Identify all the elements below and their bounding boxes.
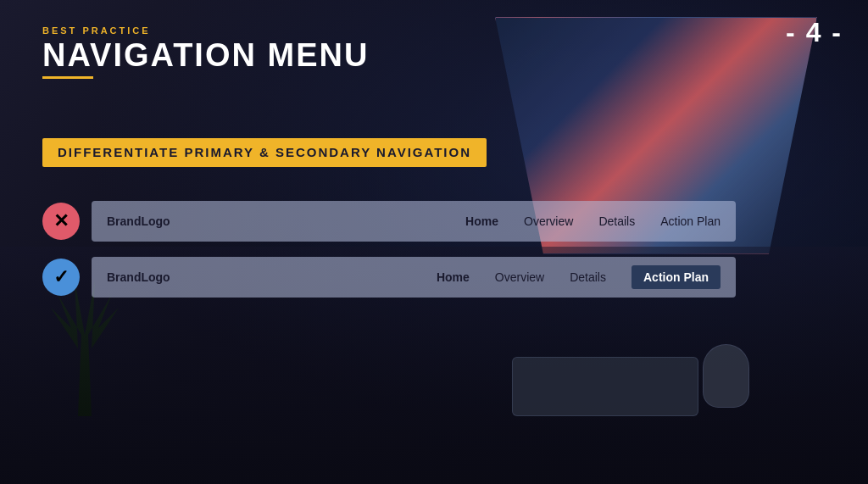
good-icon-badge: ✓ (42, 259, 80, 296)
section-header-banner: DIFFERENTIATE PRIMARY & SECONDARY NAVIGA… (42, 138, 487, 167)
good-nav-brand: BrandLogo (107, 270, 209, 284)
section-header-text: DIFFERENTIATE PRIMARY & SECONDARY NAVIGA… (58, 145, 471, 159)
main-content: BEST PRACTICE NAVIGATION MENU - 4 - DIFF… (0, 0, 868, 484)
good-nav-bar: BrandLogo Home Overview Details Action P… (92, 257, 736, 298)
slide-number: - 4 - (786, 17, 843, 48)
best-practice-label: BEST PRACTICE (42, 25, 826, 36)
bad-nav-link-home: Home (465, 214, 498, 228)
bad-nav-link-overview: Overview (524, 214, 573, 228)
bad-nav-link-action-plan: Action Plan (660, 214, 721, 228)
check-icon: ✓ (53, 266, 69, 288)
bad-icon-badge: ✕ (42, 203, 80, 240)
x-icon: ✕ (53, 210, 69, 232)
bad-nav-bar: BrandLogo Home Overview Details Action P… (92, 201, 736, 242)
good-nav-links: Home Overview Details Action Plan (437, 265, 721, 289)
header-section: BEST PRACTICE NAVIGATION MENU (42, 25, 826, 79)
good-example-row: ✓ BrandLogo Home Overview Details Action… (42, 257, 826, 298)
bad-nav-links: Home Overview Details Action Plan (465, 214, 721, 228)
bad-example-row: ✕ BrandLogo Home Overview Details Action… (42, 201, 826, 242)
good-nav-link-home: Home (437, 270, 470, 284)
title-underline (42, 76, 93, 79)
page-title: NAVIGATION MENU (42, 39, 826, 71)
bad-nav-brand: BrandLogo (107, 214, 209, 228)
good-nav-link-overview: Overview (495, 270, 544, 284)
bad-nav-link-details: Details (598, 214, 635, 228)
nav-examples-container: ✕ BrandLogo Home Overview Details Action… (42, 201, 826, 298)
good-nav-link-action-plan[interactable]: Action Plan (632, 265, 721, 289)
good-nav-link-details: Details (570, 270, 606, 284)
